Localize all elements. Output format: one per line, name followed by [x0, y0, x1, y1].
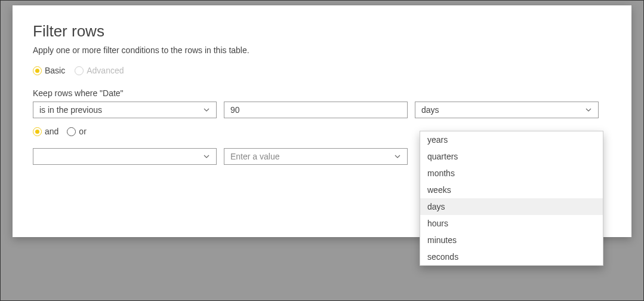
value-input-1[interactable]: 90	[224, 102, 408, 118]
radio-icon	[33, 66, 42, 75]
radio-icon	[75, 66, 84, 75]
chevron-down-icon	[203, 153, 210, 160]
mode-advanced-radio[interactable]: Advanced	[75, 66, 124, 75]
operator-value: is in the previous	[39, 105, 102, 115]
radio-icon	[67, 127, 76, 136]
chevron-down-icon	[585, 106, 592, 113]
unit-option-quarters[interactable]: quarters	[420, 148, 603, 165]
logic-and-label: and	[45, 127, 58, 136]
chevron-down-icon	[394, 153, 401, 160]
logic-and-radio[interactable]: and	[33, 127, 58, 136]
filter-row-1: is in the previous 90 days	[33, 102, 611, 118]
unit-option-years[interactable]: years	[420, 131, 603, 148]
chevron-down-icon	[203, 106, 210, 113]
mode-basic-radio[interactable]: Basic	[33, 66, 65, 75]
unit-option-seconds[interactable]: seconds	[420, 248, 603, 265]
logic-or-radio[interactable]: or	[67, 127, 86, 136]
mode-advanced-label: Advanced	[87, 66, 124, 75]
mode-basic-label: Basic	[45, 66, 65, 75]
unit-select-1[interactable]: days	[415, 102, 599, 118]
logic-or-label: or	[79, 127, 86, 136]
operator-select-2[interactable]	[33, 148, 217, 165]
dialog-title: Filter rows	[33, 22, 611, 41]
filter-mode-row: Basic Advanced	[33, 66, 611, 75]
unit-option-days[interactable]: days	[420, 198, 603, 215]
unit-option-minutes[interactable]: minutes	[420, 232, 603, 248]
operator-select-1[interactable]: is in the previous	[33, 102, 217, 118]
unit-option-weeks[interactable]: weeks	[420, 182, 603, 198]
unit-option-hours[interactable]: hours	[420, 215, 603, 232]
radio-icon	[33, 127, 42, 136]
value-placeholder: Enter a value	[230, 152, 280, 161]
value-input-2[interactable]: Enter a value	[224, 148, 408, 165]
value-text: 90	[230, 105, 240, 115]
keep-rows-label: Keep rows where "Date"	[33, 88, 611, 98]
unit-dropdown-menu: years quarters months weeks days hours m…	[420, 131, 603, 266]
unit-value: days	[421, 105, 439, 115]
unit-option-months[interactable]: months	[420, 165, 603, 182]
dialog-subtitle: Apply one or more filter conditions to t…	[33, 45, 611, 55]
